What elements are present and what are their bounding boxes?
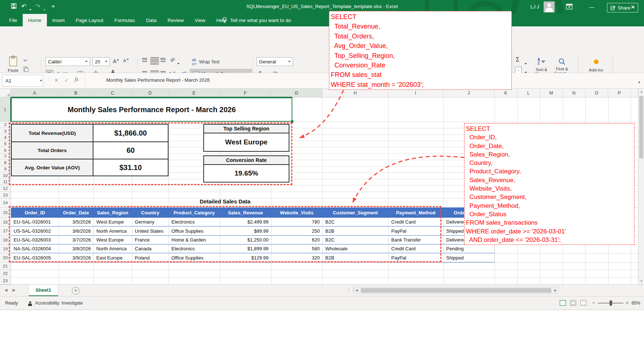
- table-cell[interactable]: $89.99: [220, 226, 271, 236]
- table-cell[interactable]: Electronics: [169, 218, 220, 226]
- table-header-Sales_Region[interactable]: Sales_Region: [93, 207, 132, 218]
- table-cell[interactable]: East Europe: [93, 253, 132, 262]
- row-header-4[interactable]: 4: [0, 135, 11, 141]
- scroll-down-icon[interactable]: ▼: [639, 280, 644, 283]
- scroll-left-icon[interactable]: ◀: [355, 288, 358, 292]
- row-header-15[interactable]: 15: [0, 207, 11, 218]
- column-header-M[interactable]: M: [540, 89, 563, 97]
- cancel-icon[interactable]: ✕: [54, 77, 59, 83]
- row-header-7[interactable]: 7: [0, 154, 11, 160]
- table-cell[interactable]: 250: [271, 226, 322, 236]
- select-all-corner[interactable]: [0, 89, 11, 97]
- ribbon-tab-formulas[interactable]: Formulas: [109, 14, 140, 26]
- table-cell[interactable]: 3/9/2026: [59, 253, 93, 262]
- summary-value[interactable]: $1,866.00: [93, 124, 169, 141]
- horizontal-scroll-thumb[interactable]: [361, 288, 551, 293]
- ribbon-tab-page-layout[interactable]: Page Layout: [70, 14, 109, 26]
- table-cell[interactable]: West Europe: [93, 218, 132, 226]
- table-header-Payment_Method[interactable]: Payment_Method: [388, 207, 443, 218]
- table-cell[interactable]: Wholesale: [322, 244, 388, 253]
- table-cell[interactable]: NA-SAL-0326004: [11, 244, 59, 253]
- column-header-O[interactable]: O: [585, 89, 608, 97]
- table-cell[interactable]: 580: [271, 244, 322, 253]
- row-header-8[interactable]: 8: [0, 160, 11, 166]
- sheet-tab-sheet1[interactable]: Sheet1: [29, 285, 58, 296]
- row-header-3[interactable]: 3: [0, 128, 11, 135]
- column-header-H[interactable]: H: [322, 89, 388, 97]
- table-cell[interactable]: North America: [93, 244, 132, 253]
- row-header-17[interactable]: 17: [0, 226, 11, 236]
- table-cell[interactable]: $2,499.99: [220, 218, 271, 226]
- column-header-partial[interactable]: [631, 89, 638, 97]
- add-ins-button[interactable]: Add-ins: [583, 59, 609, 72]
- column-header-F[interactable]: F: [220, 89, 271, 97]
- table-cell[interactable]: Home & Garden: [169, 236, 220, 244]
- horizontal-scrollbar[interactable]: ◀ ▶: [354, 287, 558, 294]
- row-header-13[interactable]: 13: [0, 192, 11, 198]
- row-header-18[interactable]: 18: [0, 236, 11, 244]
- row-header-11[interactable]: 11: [0, 179, 11, 185]
- ribbon-tab-data[interactable]: Data: [141, 14, 162, 26]
- align-top-icon[interactable]: [142, 58, 147, 62]
- zoom-slider-thumb[interactable]: [610, 301, 612, 306]
- summary-value[interactable]: $31.10: [93, 159, 169, 176]
- table-cell[interactable]: 780: [271, 218, 322, 226]
- table-cell[interactable]: US-SAL-0326002: [11, 226, 59, 236]
- table-cell[interactable]: Credit Card: [388, 218, 443, 226]
- shrink-font-button[interactable]: A▼: [123, 58, 129, 63]
- row-header-6[interactable]: 6: [0, 147, 11, 154]
- user-initials[interactable]: LJ J: [530, 4, 539, 10]
- table-cell[interactable]: Electronics: [169, 244, 220, 253]
- table-cell[interactable]: B2B: [322, 226, 388, 236]
- table-cell[interactable]: PayPal: [388, 226, 443, 236]
- sheet-nav-left-icon[interactable]: ◀: [4, 288, 7, 292]
- page-layout-view-icon[interactable]: [570, 300, 576, 306]
- avatar[interactable]: [544, 1, 555, 12]
- share-button[interactable]: Share: [607, 3, 638, 12]
- column-header-D[interactable]: D: [132, 89, 169, 97]
- table-cell[interactable]: 3/5/2026: [59, 218, 93, 226]
- column-header-E[interactable]: E: [169, 89, 220, 97]
- column-header-N[interactable]: N: [563, 89, 585, 97]
- ribbon-tab-home[interactable]: Home: [23, 14, 47, 26]
- table-cell[interactable]: Credit Card: [388, 244, 443, 253]
- table-cell[interactable]: Office Supplies: [169, 226, 220, 236]
- font-name-select[interactable]: Calibri: [45, 57, 90, 66]
- page-break-view-icon[interactable]: [580, 300, 586, 306]
- table-header-Order_Date[interactable]: Order_Date: [59, 207, 93, 218]
- ribbon-tab-view[interactable]: View: [189, 14, 211, 26]
- table-cell[interactable]: Shipped: [443, 253, 495, 262]
- table-cell[interactable]: Germany: [132, 218, 169, 226]
- accessibility-status[interactable]: Accessibility: Investigate: [35, 301, 83, 306]
- table-header-Country[interactable]: Country: [132, 207, 169, 218]
- column-header-L[interactable]: L: [517, 89, 540, 97]
- column-header-P[interactable]: P: [608, 89, 631, 97]
- wrap-text-button[interactable]: abc↵ Wrap Text: [192, 58, 219, 66]
- row-header-12[interactable]: 12: [0, 185, 11, 192]
- orientation-dropdown-icon[interactable]: [177, 60, 179, 67]
- align-bottom-icon[interactable]: [160, 58, 166, 62]
- row-header-1[interactable]: 1: [0, 97, 11, 122]
- table-cell[interactable]: Bank Transfer: [388, 236, 443, 244]
- autosum-dropdown-icon[interactable]: [525, 60, 527, 67]
- table-cell[interactable]: $1,899.99: [220, 244, 271, 253]
- table-cell[interactable]: West Europe: [93, 236, 132, 244]
- row-header-19[interactable]: 19: [0, 244, 11, 253]
- table-cell[interactable]: Poland: [132, 253, 169, 262]
- font-size-select[interactable]: 20: [92, 57, 110, 66]
- table-cell[interactable]: Pending: [443, 244, 495, 253]
- column-header-C[interactable]: C: [93, 89, 132, 97]
- table-cell[interactable]: North America: [93, 226, 132, 236]
- grow-font-button[interactable]: A▲: [113, 58, 119, 64]
- minimize-button[interactable]: —: [583, 0, 600, 14]
- table-cell[interactable]: Office Supplies: [169, 253, 220, 262]
- row-header-20[interactable]: 20: [0, 253, 11, 262]
- table-cell[interactable]: $129.99: [220, 253, 271, 262]
- formula-input[interactable]: Monthly Sales Performance Report - March…: [106, 77, 210, 83]
- row-header-22[interactable]: 22: [0, 270, 11, 277]
- table-cell[interactable]: France: [132, 236, 169, 244]
- table-cell[interactable]: 320: [271, 253, 322, 262]
- table-header-Website_Visits[interactable]: Website_Visits: [271, 207, 322, 218]
- new-sheet-button[interactable]: +: [72, 287, 79, 295]
- copy-icon[interactable]: [23, 67, 29, 73]
